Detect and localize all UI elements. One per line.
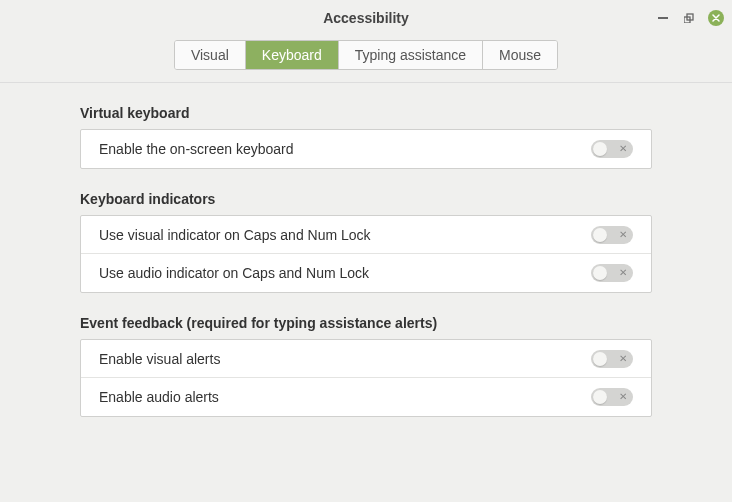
section-title-virtual-keyboard: Virtual keyboard bbox=[80, 105, 652, 121]
toggle-off-icon: ✕ bbox=[619, 354, 627, 364]
tabs-container: Visual Keyboard Typing assistance Mouse bbox=[0, 36, 732, 82]
tab-keyboard[interactable]: Keyboard bbox=[246, 41, 339, 69]
section-title-keyboard-indicators: Keyboard indicators bbox=[80, 191, 652, 207]
tab-visual[interactable]: Visual bbox=[175, 41, 246, 69]
toggle-off-icon: ✕ bbox=[619, 144, 627, 154]
group-event-feedback: Enable visual alerts ✕ Enable audio aler… bbox=[80, 339, 652, 417]
toggle-enable-onscreen-keyboard[interactable]: ✕ bbox=[591, 140, 633, 158]
content-area: Virtual keyboard Enable the on-screen ke… bbox=[0, 83, 732, 437]
toggle-audio-indicator[interactable]: ✕ bbox=[591, 264, 633, 282]
titlebar: Accessibility bbox=[0, 0, 732, 36]
row-enable-onscreen-keyboard: Enable the on-screen keyboard ✕ bbox=[81, 130, 651, 168]
label-visual-alerts: Enable visual alerts bbox=[99, 351, 220, 367]
tab-mouse[interactable]: Mouse bbox=[483, 41, 557, 69]
label-audio-alerts: Enable audio alerts bbox=[99, 389, 219, 405]
label-enable-onscreen-keyboard: Enable the on-screen keyboard bbox=[99, 141, 294, 157]
row-visual-indicator: Use visual indicator on Caps and Num Loc… bbox=[81, 216, 651, 254]
tabs: Visual Keyboard Typing assistance Mouse bbox=[174, 40, 558, 70]
toggle-off-icon: ✕ bbox=[619, 268, 627, 278]
group-keyboard-indicators: Use visual indicator on Caps and Num Loc… bbox=[80, 215, 652, 293]
label-audio-indicator: Use audio indicator on Caps and Num Lock bbox=[99, 265, 369, 281]
toggle-audio-alerts[interactable]: ✕ bbox=[591, 388, 633, 406]
toggle-visual-alerts[interactable]: ✕ bbox=[591, 350, 633, 368]
maximize-button[interactable] bbox=[682, 11, 696, 25]
toggle-visual-indicator[interactable]: ✕ bbox=[591, 226, 633, 244]
label-visual-indicator: Use visual indicator on Caps and Num Loc… bbox=[99, 227, 371, 243]
toggle-off-icon: ✕ bbox=[619, 392, 627, 402]
tab-typing-assistance[interactable]: Typing assistance bbox=[339, 41, 483, 69]
section-title-event-feedback: Event feedback (required for typing assi… bbox=[80, 315, 652, 331]
svg-rect-0 bbox=[658, 17, 668, 19]
window-controls bbox=[656, 0, 724, 36]
group-virtual-keyboard: Enable the on-screen keyboard ✕ bbox=[80, 129, 652, 169]
row-audio-indicator: Use audio indicator on Caps and Num Lock… bbox=[81, 254, 651, 292]
toggle-off-icon: ✕ bbox=[619, 230, 627, 240]
close-button[interactable] bbox=[708, 10, 724, 26]
window-title: Accessibility bbox=[323, 10, 409, 26]
row-visual-alerts: Enable visual alerts ✕ bbox=[81, 340, 651, 378]
minimize-button[interactable] bbox=[656, 11, 670, 25]
row-audio-alerts: Enable audio alerts ✕ bbox=[81, 378, 651, 416]
